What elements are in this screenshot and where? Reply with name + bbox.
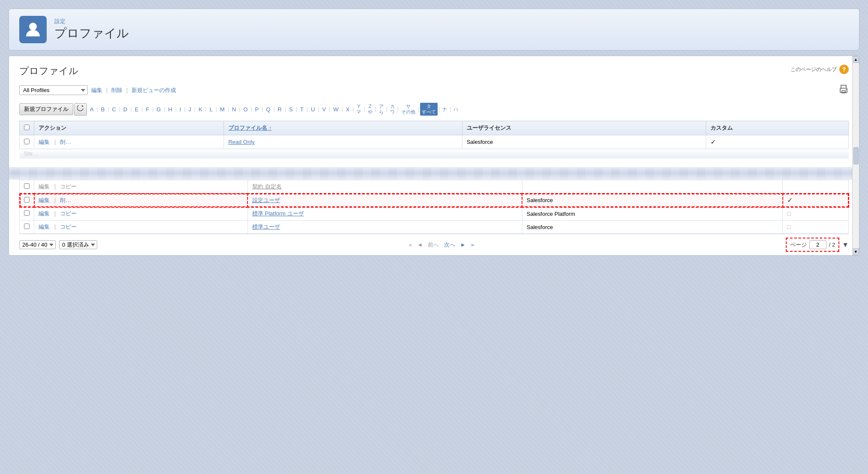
nav-prev-label-btn[interactable]: 前へ — [426, 240, 441, 250]
del-link[interactable]: 削… — [60, 139, 71, 145]
sep2: ｜ — [124, 86, 130, 94]
page-total: / 2 — [829, 241, 835, 248]
alpha-F[interactable]: F — [143, 105, 151, 114]
edit-view-link[interactable]: 編集 — [91, 86, 102, 94]
alpha-G[interactable]: G — [155, 105, 163, 114]
edit-link[interactable]: 編集 — [39, 139, 50, 145]
edit-link[interactable]: 編集 — [39, 224, 50, 230]
alpha-U[interactable]: U — [309, 105, 317, 114]
select-all-checkbox[interactable] — [24, 125, 30, 130]
row-checkbox[interactable] — [24, 183, 30, 189]
nav-next-label-btn[interactable]: 次へ — [442, 240, 457, 250]
alpha-T[interactable]: T — [298, 105, 306, 114]
profile-name-link-platform[interactable]: 標準 Platform ユーザ — [252, 210, 304, 217]
table-row-faded: 編集 ｜ コピー 契約 自定名 — [20, 180, 849, 194]
table-row: 編集 ｜ コピー 標準 Platform ユーザ Salesforce Plat… — [20, 207, 849, 221]
print-button[interactable] — [838, 84, 849, 96]
profile-name-link[interactable]: 契約 自定名 — [252, 183, 282, 190]
help-icon: ? — [839, 65, 849, 74]
row-checkbox[interactable] — [24, 210, 30, 216]
row-actions-cell: 編集 ｜ 削… — [34, 194, 248, 207]
del-link[interactable]: 削… — [60, 197, 71, 203]
view-selector-row: All Profiles カスタムプロファイル 編集 ｜ 削除 ｜ 新規ビューの… — [19, 84, 849, 96]
profile-name-link[interactable]: Read Only — [228, 139, 254, 145]
pagination-right: ページ / 2 ▼ — [786, 238, 849, 252]
nav-next-arrow-btn[interactable]: ► — [459, 241, 468, 249]
alpha-A[interactable]: A — [88, 105, 96, 114]
row-checkbox[interactable] — [24, 197, 30, 203]
nav-arrows: « ◄ 前へ 次へ ► » — [407, 240, 476, 250]
alpha-L[interactable]: L — [207, 105, 215, 114]
row-custom-cell: □ — [783, 207, 849, 221]
nav-prev-arrow-btn[interactable]: ◄ — [415, 241, 424, 249]
row-license-cell: Salesforce Platform — [522, 207, 782, 221]
delete-view-link[interactable]: 削除 — [111, 86, 122, 94]
nav-last-btn[interactable]: » — [469, 241, 476, 249]
alpha-K[interactable]: K — [197, 105, 205, 114]
alpha-nav: 新規プロファイル A| B| C| D| E| F| G| H| I| J| K… — [19, 103, 849, 116]
page-size-select[interactable]: 26-40 / 40 — [19, 240, 56, 249]
row-profilename-cell: Read Only — [224, 135, 462, 149]
new-profile-button[interactable]: 新規プロファイル — [19, 103, 73, 115]
alpha-X[interactable]: X — [344, 105, 352, 114]
alpha-TA-ALL[interactable]: タすべて — [420, 103, 438, 116]
alpha-M[interactable]: M — [218, 105, 227, 114]
alpha-V[interactable]: V — [320, 105, 328, 114]
row-profilename-cell: 設定ユーザ — [248, 194, 522, 207]
row-checkbox[interactable] — [24, 139, 30, 144]
alpha-P[interactable]: P — [253, 105, 261, 114]
alpha-ARA[interactable]: アら — [377, 103, 385, 116]
alpha-YMA[interactable]: Yマ — [355, 103, 363, 116]
alpha-E[interactable]: E — [133, 105, 141, 114]
scroll-down-button[interactable]: ▼ — [853, 248, 859, 255]
alpha-SA-OTHER[interactable]: サその他 — [400, 103, 417, 116]
scroll-down-arrow[interactable]: ▼ — [842, 241, 849, 249]
custom-empty: □ — [787, 210, 790, 217]
row-checkbox[interactable] — [24, 224, 30, 229]
scroll-up-button[interactable]: ▲ — [853, 56, 859, 63]
help-link[interactable]: このページのヘルプ ? — [790, 65, 849, 74]
profile-svg-icon — [24, 21, 42, 38]
col-profilename-header[interactable]: プロファイル名 ↑ — [224, 121, 462, 135]
alpha-N[interactable]: N — [230, 105, 238, 114]
col-action-header: アクション — [34, 121, 224, 135]
alpha-D[interactable]: D — [121, 105, 129, 114]
page-number-wrapper: ページ / 2 — [786, 238, 839, 252]
row-checkbox-cell — [20, 207, 34, 221]
alpha-R[interactable]: R — [276, 105, 284, 114]
page-input[interactable] — [809, 240, 826, 249]
view-select[interactable]: All Profiles カスタムプロファイル — [19, 85, 88, 95]
new-view-link[interactable]: 新規ビューの作成 — [131, 86, 176, 94]
alpha-W[interactable]: W — [331, 105, 340, 114]
alpha-J[interactable]: J — [186, 105, 194, 114]
row-license-cell — [522, 180, 782, 194]
edit-link[interactable]: 編集 — [39, 210, 50, 217]
copy-link[interactable]: コピー — [60, 183, 77, 190]
profile-name-link-standard[interactable]: 標準ユーザ — [252, 224, 280, 230]
inner-content: プロファイル このページのヘルプ ? All Profiles カスタムプロファ… — [9, 56, 859, 167]
alpha-H[interactable]: H — [166, 105, 174, 114]
alpha-ZYA[interactable]: Zや — [366, 103, 374, 116]
alpha-KAWA[interactable]: カワ — [388, 103, 397, 116]
alpha-O[interactable]: O — [241, 105, 250, 114]
nav-first-btn[interactable]: « — [407, 241, 414, 249]
alpha-Q[interactable]: Q — [264, 105, 272, 114]
alpha-B[interactable]: B — [99, 105, 107, 114]
refresh-button[interactable] — [74, 103, 87, 116]
profile-name-link-settei[interactable]: 設定ユーザ — [252, 197, 280, 203]
refresh-icon — [77, 105, 84, 112]
copy-link[interactable]: コピー — [60, 210, 77, 217]
alpha-HA[interactable]: ハ — [452, 106, 460, 113]
selected-count-select[interactable]: 0 選択済み — [59, 240, 97, 249]
alpha-NA[interactable]: ナ — [441, 106, 449, 113]
scroll-thumb[interactable] — [853, 147, 859, 164]
copy-link[interactable]: コピー — [60, 224, 77, 230]
header-subtitle: 設定 — [54, 18, 129, 25]
alpha-C[interactable]: C — [110, 105, 118, 114]
header-title-group: 設定 プロファイル — [54, 18, 129, 42]
edit-link[interactable]: 編集 — [39, 197, 50, 203]
alpha-S[interactable]: S — [287, 105, 295, 114]
alpha-I[interactable]: I — [177, 105, 183, 114]
edit-link[interactable]: 編集 — [39, 183, 50, 190]
profile-table-upper: アクション プロファイル名 ↑ ユーザライセンス カスタム 編集 — [19, 121, 849, 158]
